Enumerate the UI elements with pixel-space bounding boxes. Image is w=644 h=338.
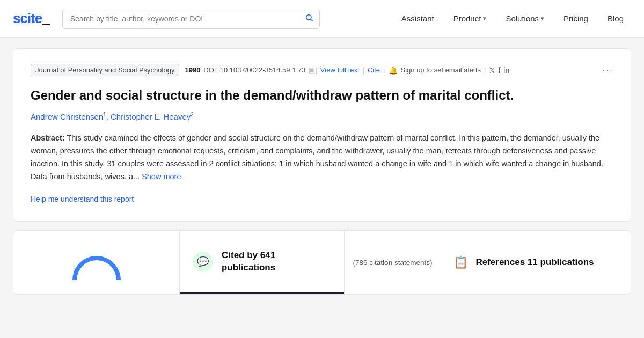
- citation-statements: (786 citation statements): [345, 231, 441, 294]
- search-icon: [305, 13, 313, 24]
- search-input[interactable]: [62, 9, 320, 29]
- main-content: Journal of Personality and Social Psycho…: [0, 38, 644, 305]
- facebook-icon[interactable]: f: [498, 66, 500, 75]
- help-understand-link[interactable]: Help me understand this report: [31, 195, 134, 203]
- references-label: References 11 publications: [475, 257, 594, 268]
- header: scite_ Assistant Product ▾ Solutions ▾ P…: [0, 0, 644, 38]
- nav-solutions[interactable]: Solutions ▾: [498, 10, 552, 27]
- main-nav: Assistant Product ▾ Solutions ▾ Pricing …: [394, 10, 631, 27]
- document-icon: 📋: [453, 255, 468, 269]
- view-full-text-link[interactable]: View full text: [320, 66, 360, 74]
- abstract: Abstract: This study examined the effect…: [31, 132, 613, 183]
- citations-tab[interactable]: 💬 Cited by 641 publications: [180, 231, 345, 294]
- article-title: Gender and social structure in the deman…: [31, 87, 613, 104]
- author-2[interactable]: Christopher L. Heavey2: [111, 112, 194, 121]
- article-card: Journal of Personality and Social Psycho…: [13, 48, 631, 222]
- abstract-text: This study examined the effects of gende…: [31, 134, 603, 181]
- chevron-down-icon: ▾: [483, 15, 486, 22]
- stats-section: 💬 Cited by 641 publications (786 citatio…: [13, 230, 631, 295]
- svg-line-1: [311, 19, 313, 21]
- logo[interactable]: scite_: [13, 10, 49, 27]
- nav-product[interactable]: Product ▾: [446, 10, 494, 27]
- abstract-label: Abstract:: [31, 134, 65, 142]
- chevron-down-icon: ▾: [541, 15, 544, 22]
- nav-blog[interactable]: Blog: [600, 10, 631, 27]
- author-1[interactable]: Andrew Christensen1: [31, 112, 106, 121]
- linkedin-icon[interactable]: in: [503, 66, 509, 75]
- article-year: 1990: [185, 66, 200, 74]
- donut-chart: [72, 256, 121, 280]
- search-bar[interactable]: [62, 9, 320, 29]
- alert-text: Sign up to set email alerts: [401, 66, 481, 74]
- citations-header[interactable]: 💬 Cited by 641 publications: [180, 231, 344, 294]
- nav-pricing[interactable]: Pricing: [556, 10, 596, 27]
- chat-bubble-icon-wrap: 💬: [193, 252, 213, 272]
- twitter-icon[interactable]: 𝕏: [489, 66, 495, 75]
- references-tab[interactable]: 📋 References 11 publications: [441, 231, 631, 294]
- svg-point-0: [306, 14, 311, 19]
- meta-bar: Journal of Personality and Social Psycho…: [31, 64, 613, 76]
- show-more-link[interactable]: Show more: [142, 172, 181, 181]
- chat-bubble-icon: 💬: [197, 256, 209, 268]
- more-options-button[interactable]: ···: [602, 64, 613, 76]
- article-doi: DOI: 10.1037/0022-3514.59.1.73: [203, 66, 305, 74]
- journal-name: Journal of Personality and Social Psycho…: [31, 64, 179, 76]
- social-icons: 𝕏 f in: [489, 66, 509, 75]
- cited-by-label: Cited by 641 publications: [222, 249, 331, 273]
- cite-link[interactable]: Cite: [368, 66, 380, 74]
- authors[interactable]: Andrew Christensen1, Christopher L. Heav…: [31, 112, 613, 121]
- bell-icon: 🔔: [389, 66, 398, 75]
- nav-assistant[interactable]: Assistant: [394, 10, 442, 27]
- chart-area: [13, 231, 180, 294]
